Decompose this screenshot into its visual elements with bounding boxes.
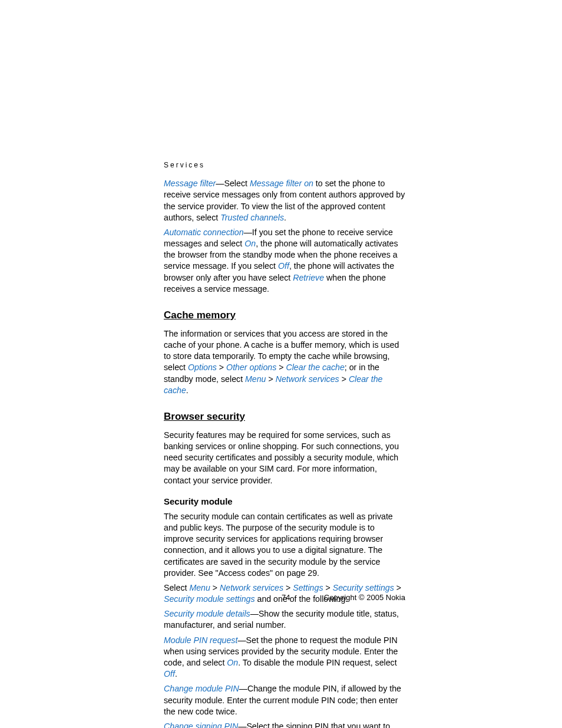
link-on[interactable]: On	[227, 658, 238, 667]
link-trusted-channels[interactable]: Trusted channels	[220, 213, 284, 222]
separator: >	[339, 374, 349, 384]
page-content: Services Message filter—Select Message f…	[164, 160, 405, 728]
link-on[interactable]: On	[244, 239, 256, 248]
text: Select	[164, 583, 189, 592]
separator: >	[283, 583, 293, 592]
paragraph-change-module-pin: Change module PIN—Change the module PIN,…	[164, 683, 405, 717]
paragraph-cache: The information or services that you acc…	[164, 328, 405, 396]
paragraph-sm-details: Security module details—Show the securit…	[164, 608, 405, 631]
link-change-signing-pin[interactable]: Change signing PIN	[164, 722, 238, 728]
link-change-module-pin[interactable]: Change module PIN	[164, 684, 239, 693]
separator: >	[323, 583, 333, 592]
text: .	[175, 669, 177, 678]
link-security-module-settings[interactable]: Security module settings	[164, 594, 255, 604]
link-network-services[interactable]: Network services	[220, 583, 283, 592]
link-off[interactable]: Off	[164, 669, 175, 678]
link-clear-the-cache[interactable]: Clear the cache	[286, 363, 344, 372]
section-header: Services	[164, 160, 405, 170]
link-module-pin-request[interactable]: Module PIN request	[164, 635, 237, 645]
separator: >	[266, 374, 276, 384]
link-automatic-connection[interactable]: Automatic connection	[164, 228, 244, 237]
link-message-filter[interactable]: Message filter	[164, 179, 216, 188]
text: .	[284, 213, 286, 222]
paragraph-browser-intro: Security features may be required for so…	[164, 430, 405, 486]
separator: >	[217, 363, 226, 372]
paragraph-message-filter: Message filter—Select Message filter on …	[164, 178, 405, 223]
heading-browser-security: Browser security	[164, 410, 405, 424]
link-security-module-details[interactable]: Security module details	[164, 609, 250, 618]
page-number: 74	[282, 592, 290, 603]
link-other-options[interactable]: Other options	[226, 363, 276, 372]
link-security-settings[interactable]: Security settings	[333, 583, 394, 592]
text: .	[186, 386, 189, 395]
link-retrieve[interactable]: Retrieve	[293, 273, 324, 282]
link-menu[interactable]: Menu	[245, 374, 266, 384]
paragraph-security-module: The security module can contain certific…	[164, 511, 405, 579]
paragraph-automatic-connection: Automatic connection—If you set the phon…	[164, 227, 405, 295]
paragraph-change-signing-pin: Change signing PIN—Select the signing PI…	[164, 721, 405, 728]
link-network-services[interactable]: Network services	[276, 374, 339, 384]
link-settings[interactable]: Settings	[293, 583, 323, 592]
link-options[interactable]: Options	[188, 363, 217, 372]
separator: >	[276, 363, 286, 372]
copyright-text: Copyright © 2005 Nokia	[324, 592, 405, 603]
heading-cache-memory: Cache memory	[164, 309, 405, 322]
separator: >	[394, 583, 401, 592]
link-menu[interactable]: Menu	[189, 583, 210, 592]
link-off[interactable]: Off	[278, 261, 289, 271]
paragraph-module-pin-request: Module PIN request—Set the phone to requ…	[164, 635, 405, 680]
separator: >	[210, 583, 220, 592]
subheading-security-module: Security module	[164, 496, 405, 508]
text: . To disable the module PIN request, sel…	[238, 658, 396, 667]
text: —Select	[216, 179, 250, 188]
link-message-filter-on[interactable]: Message filter on	[250, 179, 313, 188]
